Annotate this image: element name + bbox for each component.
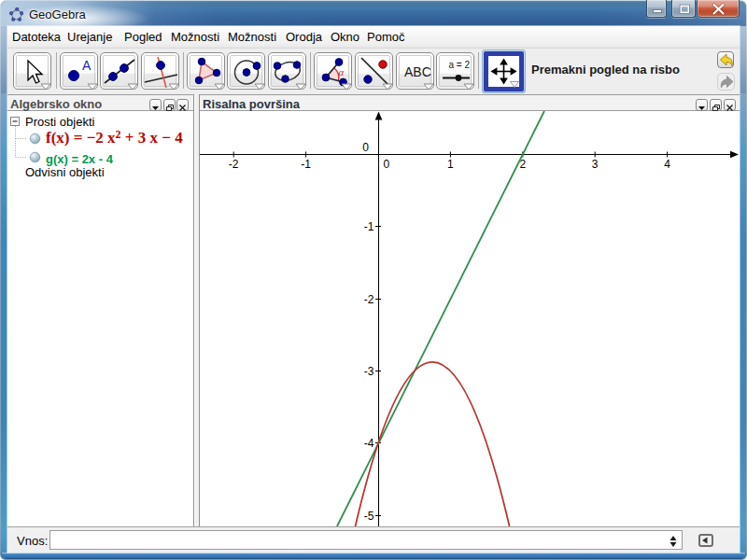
svg-text:-1: -1 xyxy=(301,158,311,171)
svg-text:a = 2: a = 2 xyxy=(449,60,471,70)
svg-text:α: α xyxy=(339,66,345,77)
svg-text:-5: -5 xyxy=(364,510,374,523)
svg-text:0: 0 xyxy=(384,158,390,171)
svg-text:-2: -2 xyxy=(364,293,374,306)
svg-text:0: 0 xyxy=(362,141,369,154)
svg-text:4: 4 xyxy=(664,158,670,171)
svg-text:1: 1 xyxy=(447,158,454,171)
svg-text:-1: -1 xyxy=(364,220,374,233)
svg-text:A: A xyxy=(82,58,92,73)
svg-text:-3: -3 xyxy=(364,365,374,378)
svg-text:ABC: ABC xyxy=(404,64,431,79)
svg-text:3: 3 xyxy=(592,158,599,171)
svg-text:-4: -4 xyxy=(364,437,374,450)
svg-text:-2: -2 xyxy=(229,158,239,171)
